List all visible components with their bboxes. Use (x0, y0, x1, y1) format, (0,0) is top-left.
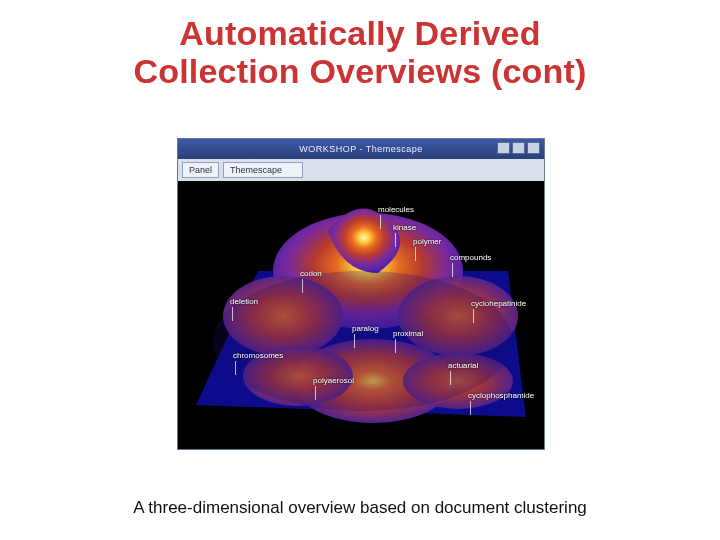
window-title: WORKSHOP - Themescape (299, 144, 423, 154)
label-leader (450, 371, 451, 385)
slide: Automatically Derived Collection Overvie… (0, 0, 720, 540)
maximize-icon[interactable] (512, 142, 525, 154)
label-leader (302, 279, 303, 293)
title-line-2: Collection Overviews (cont) (133, 52, 586, 90)
label-leader (395, 233, 396, 247)
window-control-icons (497, 142, 540, 154)
window-titlebar: WORKSHOP - Themescape (178, 139, 544, 159)
themescape-window: WORKSHOP - Themescape Panel Themescape (177, 138, 545, 450)
themescape-tab[interactable]: Themescape (223, 162, 303, 178)
slide-title: Automatically Derived Collection Overvie… (0, 14, 720, 90)
label-leader (395, 339, 396, 353)
window-toolbar: Panel Themescape (178, 159, 544, 182)
panel-button[interactable]: Panel (182, 162, 219, 178)
minimize-icon[interactable] (497, 142, 510, 154)
label-leader (232, 307, 233, 321)
label-leader (470, 401, 471, 415)
label-leader (473, 309, 474, 323)
label-leader (235, 361, 236, 375)
floor-shade (213, 271, 513, 411)
label-leader (415, 247, 416, 261)
label-leader (315, 386, 316, 400)
label-leader (452, 263, 453, 277)
slide-caption: A three-dimensional overview based on do… (0, 498, 720, 518)
close-icon[interactable] (527, 142, 540, 154)
themescape-viewport: moleculeskinasepolymercompoundscodondele… (178, 181, 544, 449)
title-line-1: Automatically Derived (179, 14, 540, 52)
label-leader (354, 334, 355, 348)
label-leader (380, 215, 381, 229)
